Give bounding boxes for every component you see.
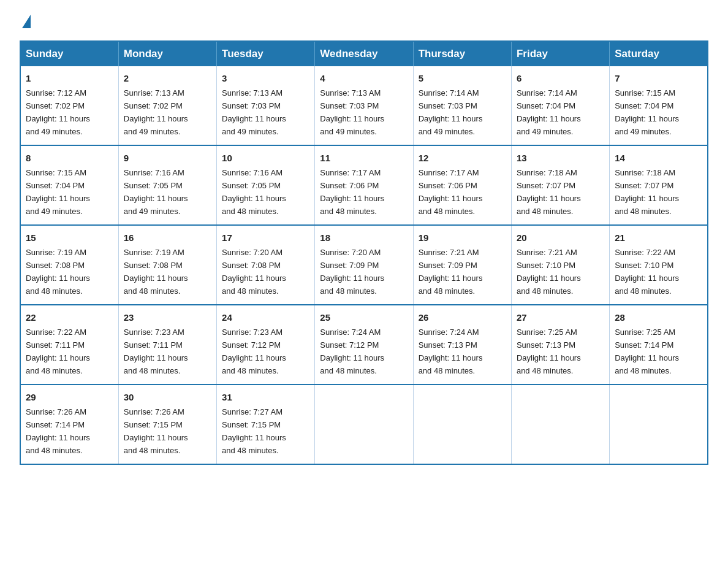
day-number: 7 — [615, 71, 702, 85]
day-info: Sunrise: 7:19 AMSunset: 7:08 PMDaylight:… — [26, 248, 90, 296]
calendar-header-saturday: Saturday — [610, 41, 708, 66]
calendar-week-row: 22 Sunrise: 7:22 AMSunset: 7:11 PMDaylig… — [20, 305, 708, 385]
day-info: Sunrise: 7:17 AMSunset: 7:06 PMDaylight:… — [320, 168, 384, 216]
day-number: 6 — [517, 71, 604, 85]
calendar-cell — [315, 385, 413, 464]
calendar-header-friday: Friday — [511, 41, 609, 66]
calendar-week-row: 15 Sunrise: 7:19 AMSunset: 7:08 PMDaylig… — [20, 225, 708, 305]
calendar-cell: 21 Sunrise: 7:22 AMSunset: 7:10 PMDaylig… — [610, 225, 708, 305]
day-info: Sunrise: 7:14 AMSunset: 7:04 PMDaylight:… — [517, 88, 581, 136]
calendar-cell: 3 Sunrise: 7:13 AMSunset: 7:03 PMDayligh… — [217, 66, 315, 145]
day-number: 16 — [124, 231, 211, 245]
day-info: Sunrise: 7:15 AMSunset: 7:04 PMDaylight:… — [26, 168, 90, 216]
calendar-week-row: 1 Sunrise: 7:12 AMSunset: 7:02 PMDayligh… — [20, 66, 708, 145]
calendar-cell: 17 Sunrise: 7:20 AMSunset: 7:08 PMDaylig… — [217, 225, 315, 305]
day-number: 17 — [222, 231, 309, 245]
day-info: Sunrise: 7:20 AMSunset: 7:08 PMDaylight:… — [222, 248, 286, 296]
day-number: 29 — [26, 390, 113, 404]
day-number: 13 — [517, 151, 604, 165]
day-info: Sunrise: 7:26 AMSunset: 7:14 PMDaylight:… — [26, 407, 90, 455]
calendar-header-thursday: Thursday — [413, 41, 511, 66]
calendar-cell: 11 Sunrise: 7:17 AMSunset: 7:06 PMDaylig… — [315, 145, 413, 225]
day-info: Sunrise: 7:25 AMSunset: 7:14 PMDaylight:… — [615, 327, 679, 375]
calendar-cell: 15 Sunrise: 7:19 AMSunset: 7:08 PMDaylig… — [20, 225, 118, 305]
calendar-cell: 28 Sunrise: 7:25 AMSunset: 7:14 PMDaylig… — [610, 305, 708, 385]
day-number: 25 — [320, 310, 408, 324]
day-info: Sunrise: 7:23 AMSunset: 7:12 PMDaylight:… — [222, 327, 286, 375]
day-info: Sunrise: 7:18 AMSunset: 7:07 PMDaylight:… — [615, 168, 679, 216]
calendar-cell: 26 Sunrise: 7:24 AMSunset: 7:13 PMDaylig… — [413, 305, 511, 385]
day-number: 10 — [222, 151, 309, 165]
day-info: Sunrise: 7:16 AMSunset: 7:05 PMDaylight:… — [124, 168, 188, 216]
day-number: 15 — [26, 231, 113, 245]
day-number: 19 — [419, 231, 506, 245]
calendar-cell: 30 Sunrise: 7:26 AMSunset: 7:15 PMDaylig… — [118, 385, 216, 464]
calendar-week-row: 8 Sunrise: 7:15 AMSunset: 7:04 PMDayligh… — [20, 145, 708, 225]
day-info: Sunrise: 7:22 AMSunset: 7:10 PMDaylight:… — [615, 248, 679, 296]
day-number: 22 — [26, 310, 113, 324]
page-header — [20, 15, 708, 29]
day-number: 3 — [222, 71, 309, 85]
calendar-cell: 19 Sunrise: 7:21 AMSunset: 7:09 PMDaylig… — [413, 225, 511, 305]
calendar-cell: 16 Sunrise: 7:19 AMSunset: 7:08 PMDaylig… — [118, 225, 216, 305]
day-info: Sunrise: 7:27 AMSunset: 7:15 PMDaylight:… — [222, 407, 286, 455]
calendar-cell: 1 Sunrise: 7:12 AMSunset: 7:02 PMDayligh… — [20, 66, 118, 145]
calendar-header-monday: Monday — [118, 41, 216, 66]
day-info: Sunrise: 7:18 AMSunset: 7:07 PMDaylight:… — [517, 168, 581, 216]
calendar-header-tuesday: Tuesday — [217, 41, 315, 66]
day-number: 11 — [320, 151, 408, 165]
day-info: Sunrise: 7:14 AMSunset: 7:03 PMDaylight:… — [419, 88, 483, 136]
day-info: Sunrise: 7:21 AMSunset: 7:10 PMDaylight:… — [517, 248, 581, 296]
day-number: 18 — [320, 231, 408, 245]
day-info: Sunrise: 7:24 AMSunset: 7:12 PMDaylight:… — [320, 327, 384, 375]
calendar-cell: 7 Sunrise: 7:15 AMSunset: 7:04 PMDayligh… — [610, 66, 708, 145]
day-info: Sunrise: 7:17 AMSunset: 7:06 PMDaylight:… — [419, 168, 483, 216]
calendar-cell: 18 Sunrise: 7:20 AMSunset: 7:09 PMDaylig… — [315, 225, 413, 305]
calendar-header-row: SundayMondayTuesdayWednesdayThursdayFrid… — [20, 41, 708, 66]
day-info: Sunrise: 7:15 AMSunset: 7:04 PMDaylight:… — [615, 88, 679, 136]
day-number: 14 — [615, 151, 702, 165]
calendar-cell: 22 Sunrise: 7:22 AMSunset: 7:11 PMDaylig… — [20, 305, 118, 385]
calendar-cell: 4 Sunrise: 7:13 AMSunset: 7:03 PMDayligh… — [315, 66, 413, 145]
calendar-cell: 25 Sunrise: 7:24 AMSunset: 7:12 PMDaylig… — [315, 305, 413, 385]
day-info: Sunrise: 7:16 AMSunset: 7:05 PMDaylight:… — [222, 168, 286, 216]
calendar-cell: 29 Sunrise: 7:26 AMSunset: 7:14 PMDaylig… — [20, 385, 118, 464]
day-info: Sunrise: 7:19 AMSunset: 7:08 PMDaylight:… — [124, 248, 188, 296]
calendar-cell: 12 Sunrise: 7:17 AMSunset: 7:06 PMDaylig… — [413, 145, 511, 225]
calendar-cell — [610, 385, 708, 464]
day-info: Sunrise: 7:24 AMSunset: 7:13 PMDaylight:… — [419, 327, 483, 375]
calendar-cell: 10 Sunrise: 7:16 AMSunset: 7:05 PMDaylig… — [217, 145, 315, 225]
calendar-header-wednesday: Wednesday — [315, 41, 413, 66]
day-number: 5 — [419, 71, 506, 85]
calendar-cell: 6 Sunrise: 7:14 AMSunset: 7:04 PMDayligh… — [511, 66, 609, 145]
calendar-cell — [413, 385, 511, 464]
day-number: 12 — [419, 151, 506, 165]
calendar-cell: 20 Sunrise: 7:21 AMSunset: 7:10 PMDaylig… — [511, 225, 609, 305]
calendar-cell: 5 Sunrise: 7:14 AMSunset: 7:03 PMDayligh… — [413, 66, 511, 145]
day-info: Sunrise: 7:20 AMSunset: 7:09 PMDaylight:… — [320, 248, 384, 296]
calendar-header-sunday: Sunday — [20, 41, 118, 66]
day-info: Sunrise: 7:12 AMSunset: 7:02 PMDaylight:… — [26, 88, 90, 136]
day-number: 26 — [419, 310, 506, 324]
day-number: 8 — [26, 151, 113, 165]
day-info: Sunrise: 7:13 AMSunset: 7:03 PMDaylight:… — [320, 88, 384, 136]
logo-triangle-icon — [22, 15, 31, 28]
day-number: 27 — [517, 310, 604, 324]
logo — [20, 15, 31, 29]
day-info: Sunrise: 7:22 AMSunset: 7:11 PMDaylight:… — [26, 327, 90, 375]
calendar-cell: 31 Sunrise: 7:27 AMSunset: 7:15 PMDaylig… — [217, 385, 315, 464]
calendar-cell: 13 Sunrise: 7:18 AMSunset: 7:07 PMDaylig… — [511, 145, 609, 225]
day-info: Sunrise: 7:26 AMSunset: 7:15 PMDaylight:… — [124, 407, 188, 455]
day-info: Sunrise: 7:21 AMSunset: 7:09 PMDaylight:… — [419, 248, 483, 296]
day-number: 30 — [124, 390, 211, 404]
calendar-cell: 24 Sunrise: 7:23 AMSunset: 7:12 PMDaylig… — [217, 305, 315, 385]
calendar-cell: 9 Sunrise: 7:16 AMSunset: 7:05 PMDayligh… — [118, 145, 216, 225]
calendar-table: SundayMondayTuesdayWednesdayThursdayFrid… — [20, 40, 708, 465]
calendar-cell: 8 Sunrise: 7:15 AMSunset: 7:04 PMDayligh… — [20, 145, 118, 225]
day-info: Sunrise: 7:13 AMSunset: 7:03 PMDaylight:… — [222, 88, 286, 136]
calendar-cell: 14 Sunrise: 7:18 AMSunset: 7:07 PMDaylig… — [610, 145, 708, 225]
logo-blue-text — [20, 15, 31, 29]
day-info: Sunrise: 7:13 AMSunset: 7:02 PMDaylight:… — [124, 88, 188, 136]
day-number: 23 — [124, 310, 211, 324]
calendar-cell: 23 Sunrise: 7:23 AMSunset: 7:11 PMDaylig… — [118, 305, 216, 385]
